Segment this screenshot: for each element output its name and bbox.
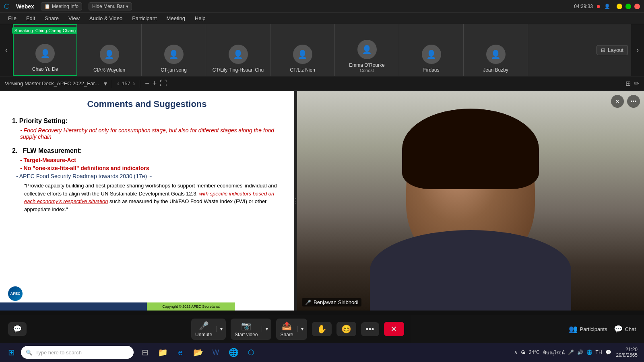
- share-main[interactable]: 📤 Share: [276, 319, 297, 340]
- windows-icon: ⊞: [8, 348, 15, 357]
- task-view-button[interactable]: ⊟: [137, 344, 153, 360]
- menu-file[interactable]: File: [4, 14, 21, 22]
- participant-name: Chao Yu De: [31, 66, 60, 72]
- thumbnail-chao-yu-de[interactable]: Speaking: Ching-Cheng Chang 👤 Chao Yu De: [13, 24, 77, 76]
- webex-taskbar-icon[interactable]: ⬡: [243, 344, 259, 360]
- menu-participant[interactable]: Participant: [128, 14, 161, 22]
- participant-name: Jean Buzby: [481, 67, 510, 73]
- tray-up-icon[interactable]: ∧: [514, 350, 518, 355]
- close-button[interactable]: [634, 4, 640, 9]
- zoom-out-button[interactable]: −: [145, 79, 149, 88]
- video-area: ✕ ••• 🎤 Benjawan Siribhodi: [297, 91, 644, 311]
- slide-footer: Copyright © 2022 APEC Secretariat: [0, 302, 294, 311]
- share-button[interactable]: 📤 Share ▾: [276, 319, 307, 340]
- slide-content: Comments and Suggestions 1. Priority Set…: [0, 91, 294, 311]
- next-participant-button[interactable]: ›: [631, 24, 644, 76]
- webex-icon: ⬡: [4, 2, 10, 10]
- apec-logo: APEC: [8, 286, 23, 301]
- share-label: Share: [280, 332, 293, 337]
- temperature: 24°C: [529, 350, 540, 355]
- unmute-main[interactable]: 🎤 Unmute: [191, 319, 216, 340]
- more-icon: •••: [366, 325, 374, 334]
- participants-icon: 👥: [569, 325, 578, 333]
- footer-copyright: Copyright © 2022 APEC Secretariat: [162, 304, 220, 309]
- mic-icon: 🎤: [305, 300, 311, 305]
- chat-button[interactable]: 💬 Chat: [614, 325, 636, 333]
- close-video-overlay-button[interactable]: ✕: [611, 95, 624, 108]
- slide-area: Comments and Suggestions 1. Priority Set…: [0, 91, 294, 311]
- thumbnail-ctliz[interactable]: 👤 CT/Liz Nien: [270, 24, 335, 76]
- maximize-button[interactable]: [625, 4, 631, 9]
- toolbar-separator: [112, 80, 112, 88]
- hide-menu-bar-button[interactable]: Hide Menu Bar ▾: [89, 2, 132, 10]
- annotate-button[interactable]: ✏: [634, 80, 639, 87]
- control-bar: 💬 🎤 Unmute ▾ 📷 Start video ▾ 📤 Share ▾ ✋…: [0, 315, 644, 343]
- menu-view[interactable]: View: [64, 14, 84, 22]
- search-box[interactable]: 🔍 Type here to search: [21, 346, 134, 359]
- participant-name: CT-jun song: [159, 67, 188, 73]
- search-placeholder: Type here to search: [35, 350, 82, 356]
- thumbnail-ciar[interactable]: 👤 CIAR-Wuyulun: [77, 24, 142, 76]
- edge-icon[interactable]: e: [172, 344, 188, 360]
- more-options-button[interactable]: •••: [361, 322, 379, 336]
- avatar: 👤: [164, 45, 184, 64]
- title-bar: ⬡ Webex 📋 Meeting Info Hide Menu Bar ▾ 0…: [0, 0, 644, 13]
- menu-audio-video[interactable]: Audio & Video: [85, 14, 126, 22]
- video-dropdown-arrow[interactable]: ▾: [262, 326, 271, 332]
- thumbnail-emma[interactable]: 👤 Emma O'Rourke Cohost: [335, 24, 399, 76]
- file-dropdown-icon[interactable]: ▾: [104, 80, 107, 87]
- section2-body: "Provide capacity building and best prac…: [24, 182, 282, 213]
- cc-icon: 💬: [13, 325, 22, 333]
- notification-icon[interactable]: 💬: [605, 350, 611, 355]
- chevron-icon: ▾: [126, 4, 128, 9]
- system-tray: ∧ 🌤 24°C พิษณุโรจน์ 🎤 🔊 🌐 TH 💬: [514, 349, 611, 356]
- closed-captions-button[interactable]: 💬: [8, 322, 27, 336]
- menu-meeting[interactable]: Meeting: [163, 14, 189, 22]
- prev-participant-button[interactable]: ‹: [0, 24, 13, 76]
- camera-icon: 📷: [241, 321, 251, 331]
- menu-edit[interactable]: Edit: [22, 14, 39, 22]
- end-call-button[interactable]: ✕: [384, 322, 404, 336]
- thumbnail-firdaus[interactable]: 👤 Firdaus: [399, 24, 464, 76]
- network-icon: 🌐: [586, 350, 592, 355]
- layout-button[interactable]: ⊞ Layout: [597, 45, 628, 55]
- layout-icon: ⊞: [601, 47, 605, 53]
- prev-page-button[interactable]: ‹: [117, 80, 119, 87]
- slide-title: Comments and Suggestions: [12, 99, 282, 109]
- grid-view-button[interactable]: ⊞: [625, 80, 631, 87]
- file-name-label[interactable]: Viewing Master Deck_APEC 2022_Far...: [5, 80, 99, 86]
- meeting-info-button[interactable]: 📋 Meeting Info: [41, 2, 82, 10]
- unmute-dropdown-arrow[interactable]: ▾: [216, 326, 226, 332]
- menu-help[interactable]: Help: [191, 14, 210, 22]
- chat-icon: 💬: [614, 325, 623, 333]
- chrome-icon[interactable]: 🌐: [225, 344, 242, 360]
- reactions-button[interactable]: 😊: [336, 322, 356, 336]
- start-video-button[interactable]: 📷 Start video ▾: [231, 319, 271, 340]
- raise-hand-icon: ✋: [317, 324, 327, 334]
- unmute-button[interactable]: 🎤 Unmute ▾: [191, 319, 226, 340]
- minimize-button[interactable]: [617, 4, 622, 9]
- thumbnail-jean[interactable]: 👤 Jean Buzby: [464, 24, 528, 76]
- fullscreen-button[interactable]: ⛶: [160, 79, 167, 88]
- word-icon[interactable]: W: [208, 344, 224, 360]
- more-video-options-button[interactable]: •••: [627, 95, 640, 108]
- reaction-icon: 😊: [341, 324, 351, 334]
- page-navigation: ‹ 157 ›: [117, 80, 135, 87]
- folder-icon[interactable]: 📂: [190, 344, 206, 360]
- zoom-in-button[interactable]: +: [153, 79, 157, 88]
- thumbnail-ctlily[interactable]: 👤 CT/Lily Ting-Hsuan Chu: [206, 24, 270, 76]
- thumbnail-ctjun[interactable]: 👤 CT-jun song: [142, 24, 206, 76]
- panel-divider[interactable]: ⋮: [294, 91, 297, 311]
- participants-button[interactable]: 👥 Participants: [569, 325, 607, 333]
- menu-share[interactable]: Share: [41, 14, 63, 22]
- clock: 21:20 29/8/2565: [613, 347, 641, 358]
- start-button[interactable]: ⊞: [3, 344, 19, 360]
- video-main[interactable]: 📷 Start video: [231, 319, 262, 340]
- cc-button-area: 💬: [8, 322, 27, 336]
- raise-hand-button[interactable]: ✋: [312, 322, 332, 336]
- avatar: 👤: [100, 45, 119, 64]
- share-dropdown-arrow[interactable]: ▾: [297, 326, 307, 332]
- windows-explorer-icon[interactable]: 📁: [155, 344, 171, 360]
- section1-bullet: - Food Recovery Hierarchy not only for c…: [20, 127, 282, 140]
- next-page-button[interactable]: ›: [133, 80, 135, 87]
